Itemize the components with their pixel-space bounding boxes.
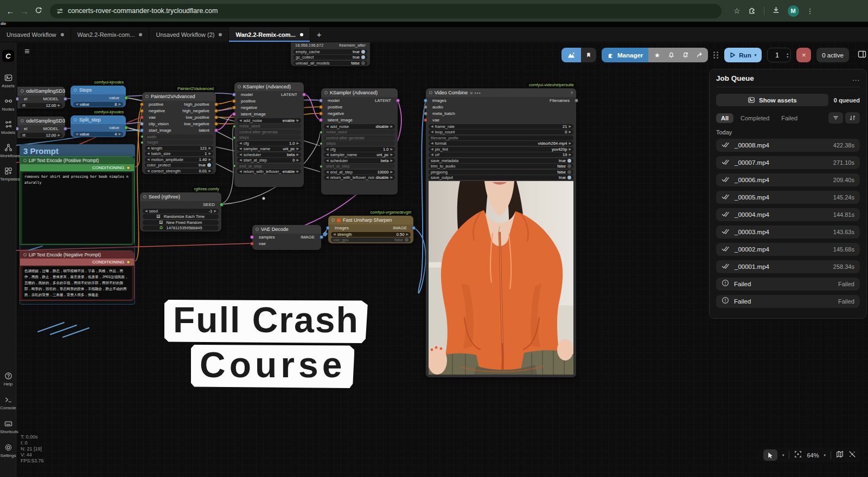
minimap-icon[interactable]: [836, 450, 844, 460]
job-queue-item[interactable]: _00008.mp4422.38s: [716, 139, 860, 152]
converted-input-dot[interactable]: [320, 142, 323, 145]
sidebar-item-shortcuts[interactable]: Shortcuts: [0, 420, 16, 434]
widget-noise-seed[interactable]: noise_seed: [237, 124, 301, 128]
widget-return-with-leftover-[interactable]: ◀return_with_leftover_ ..enable▶: [237, 169, 301, 174]
widget-ift[interactable]: ift12.00▶: [20, 133, 62, 138]
sidebar-item-templates[interactable]: Templates: [0, 167, 16, 182]
input-port[interactable]: [250, 235, 254, 239]
node-ksampler1[interactable]: KSampler (Advanced)modelLATENTpositivene…: [234, 82, 304, 187]
output-port[interactable]: [63, 127, 67, 131]
output-port[interactable]: [126, 260, 130, 264]
io-row[interactable]: latent_image: [234, 111, 304, 117]
toggle-knob[interactable]: [361, 50, 365, 54]
filter-completed[interactable]: Completed: [736, 113, 774, 123]
unsaved-dot-icon[interactable]: [300, 33, 303, 36]
widget-control-after-generate[interactable]: control after generate: [237, 130, 301, 134]
collapse-icon[interactable]: [21, 89, 24, 93]
widget-scheduler[interactable]: ◀schedulerbeta▶: [324, 158, 395, 163]
job-queue-menu-icon[interactable]: ...: [852, 74, 860, 82]
node-modelsampling1[interactable]: odelSamplingSD3elMODELift12.00▶: [17, 87, 65, 108]
button-randomize-each-time[interactable]: ⚄Randomize Each Time: [143, 214, 219, 219]
toggle-pingpong[interactable]: pingpongfalse: [429, 170, 573, 175]
node-painter[interactable]: PainterI2VAdvancedpositivehigh_positiven…: [142, 92, 216, 174]
job-queue-item[interactable]: _00001.mp4258.34s: [716, 260, 860, 273]
node-help-icon[interactable]: ?: [571, 91, 573, 95]
widget-value[interactable]: ◀value8▶: [73, 102, 123, 107]
sidebar-item-workflows[interactable]: Workflows: [0, 144, 16, 158]
collapse-icon[interactable]: [74, 88, 77, 92]
collapse-icon[interactable]: [74, 118, 77, 121]
input-port[interactable]: [232, 93, 236, 96]
cancel-button[interactable]: ×: [796, 48, 811, 62]
output-port[interactable]: [63, 97, 67, 101]
toggle-use_gpu[interactable]: use_gpufalse: [331, 237, 411, 242]
input-port[interactable]: [140, 102, 144, 106]
fit-view-icon[interactable]: [794, 450, 802, 460]
workflow-art-button[interactable]: [561, 48, 581, 62]
toggle-unload_all_models[interactable]: unload_all_modelsfalse: [293, 61, 367, 66]
toggle-knob[interactable]: [567, 159, 571, 163]
io-row[interactable]: negative: [234, 104, 304, 111]
comfyui-logo[interactable]: C: [2, 50, 14, 62]
sidebar-item-models[interactable]: Models: [0, 120, 16, 135]
back-icon[interactable]: ←: [3, 7, 17, 16]
input-port[interactable]: [250, 242, 254, 246]
prompt-text[interactable]: 色调艳丽，过曝，静态，细节模糊不清，字幕，风格，作品，画作，画面，静止，整体发灰…: [22, 267, 132, 299]
io-row[interactable]: meta_batch: [426, 110, 576, 117]
input-port[interactable]: [232, 106, 236, 109]
io-row[interactable]: value: [71, 94, 126, 101]
widget-height[interactable]: height: [145, 140, 213, 145]
widget-seed[interactable]: ◀seed-1▶: [143, 209, 219, 214]
toggle-trim_to_audio[interactable]: trim_to_audiofalse: [429, 164, 573, 169]
toggle-empty_cache[interactable]: empty_cachetrue: [293, 49, 367, 54]
node-vae_decode[interactable]: VAE DecodesamplesIMAGEvae: [252, 225, 321, 250]
io-row[interactable]: positive: [321, 104, 398, 110]
bookmark-star-icon[interactable]: ☆: [733, 7, 741, 15]
toggle-knob[interactable]: [207, 163, 211, 167]
workflow-tab-2[interactable]: Wan2.2-Remix-com...: [71, 27, 150, 42]
job-queue-item[interactable]: _00004.mp4144.81s: [716, 208, 860, 221]
job-queue-item[interactable]: _00002.mp4145.68s: [716, 243, 860, 256]
io-row[interactable]: imagesIMAGE: [328, 224, 413, 231]
widget-add-noise[interactable]: ◀add_noiseenable▶: [237, 118, 301, 123]
active-jobs-button[interactable]: 0 active: [816, 48, 849, 62]
node-split_step[interactable]: Split_stepvalue◀value4▶: [71, 115, 126, 137]
widget-return-with-leftover-noise[interactable]: ◀return_with_leftover_noisedisable▶: [324, 175, 395, 180]
toggle-knob[interactable]: [405, 238, 409, 242]
node-seed[interactable]: Seed (rgthree)SEED◀seed-1▶⚄Randomize Eac…: [140, 192, 221, 231]
io-row[interactable]: imagesFilenames: [426, 97, 576, 104]
node-freemem[interactable]: 18,958,196,672freemem_afterempty_cachetr…: [291, 42, 370, 66]
toggle-save_output[interactable]: save_outputtrue: [429, 175, 573, 180]
node-steps[interactable]: Stepsvalue◀value8▶: [71, 86, 126, 107]
alert-bell-icon[interactable]: [679, 51, 692, 59]
io-row[interactable]: negative: [321, 110, 398, 117]
io-row[interactable]: samplesIMAGE: [252, 234, 321, 240]
widget-sampler-name[interactable]: ◀sampler_nameuni_pc▶: [237, 146, 301, 151]
workflow-tab-4[interactable]: Wan2.2-Remix-com...: [229, 27, 310, 42]
widget-steps[interactable]: steps: [324, 141, 395, 146]
io-row[interactable]: latent_image: [321, 117, 398, 123]
widget-noise-seed[interactable]: noise_seed: [324, 130, 395, 134]
input-port[interactable]: [326, 226, 330, 230]
extensions-icon[interactable]: [748, 6, 756, 16]
io-row[interactable]: vae: [426, 117, 576, 123]
job-queue-item[interactable]: _00006.mp4209.40s: [716, 173, 860, 186]
io-row[interactable]: positivehigh_positive: [142, 101, 216, 107]
widget-correct-strength[interactable]: ◀correct_strength0.01▶: [145, 169, 213, 173]
widget-strength[interactable]: ◀strength0.50▶: [331, 232, 411, 237]
io-row[interactable]: SEED: [140, 201, 221, 208]
pointer-tool-button[interactable]: [763, 449, 777, 461]
button-1478115359586845[interactable]: ♻1478115359586845: [143, 225, 219, 230]
widget-steps[interactable]: steps: [237, 135, 301, 140]
converted-input-dot[interactable]: [320, 165, 323, 168]
zoom-level[interactable]: 64%: [807, 452, 819, 459]
output-port[interactable]: [214, 109, 218, 113]
widget-loop-count[interactable]: ◀loop_count0▶: [429, 130, 573, 134]
io-row[interactable]: vae: [252, 240, 321, 247]
collapse-icon[interactable]: [145, 95, 149, 98]
input-port[interactable]: [319, 118, 323, 122]
toggle-knob[interactable]: [361, 55, 365, 59]
run-button[interactable]: Run▾: [724, 48, 762, 62]
toggle-knob[interactable]: [567, 176, 571, 179]
pointer-tool-chevron[interactable]: ▾: [782, 453, 784, 457]
